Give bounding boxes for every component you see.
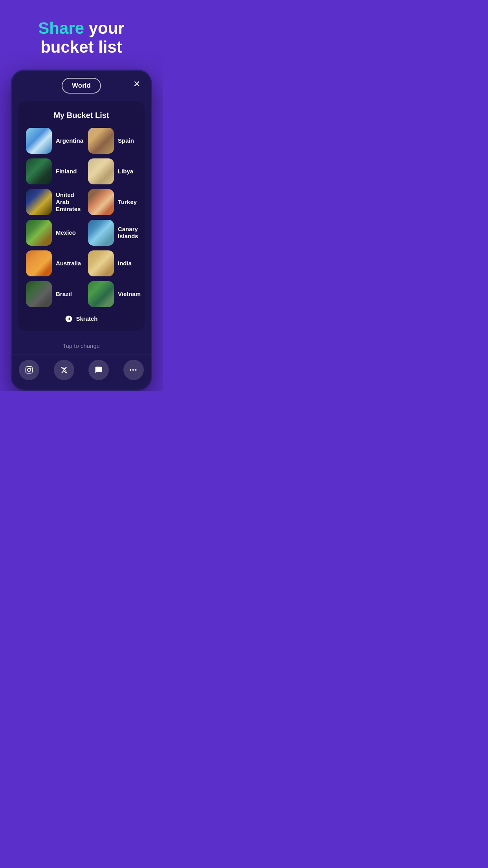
dest-name-canary: Canary Islands	[118, 226, 141, 240]
dest-image-argentina	[26, 128, 52, 154]
dest-name-mexico: Mexico	[56, 229, 76, 236]
share-word: Share	[38, 19, 84, 37]
dest-name-vietnam: Vietnam	[118, 291, 141, 298]
dest-item-australia[interactable]: Australia	[26, 250, 83, 276]
dest-item-uae[interactable]: United Arab Emirates	[26, 189, 83, 215]
destinations-grid: ArgentinaSpainFinlandLibyaUnited Arab Em…	[26, 128, 137, 307]
dest-image-finland	[26, 158, 52, 184]
dest-item-vietnam[interactable]: Vietnam	[88, 281, 141, 307]
dest-item-libya[interactable]: Libya	[88, 158, 141, 184]
svg-rect-0	[26, 366, 33, 373]
skratch-logo: Skratch	[26, 315, 137, 323]
nav-more-button[interactable]: •••	[123, 360, 144, 380]
dest-image-brazil	[26, 281, 52, 307]
dest-name-brazil: Brazil	[56, 291, 72, 298]
header: Share yourbucket list	[30, 0, 132, 70]
dest-item-finland[interactable]: Finland	[26, 158, 83, 184]
dest-image-uae	[26, 189, 52, 215]
skratch-label: Skratch	[76, 315, 97, 322]
world-pill[interactable]: World	[62, 78, 101, 94]
dest-name-uae: United Arab Emirates	[56, 191, 83, 213]
dest-image-australia	[26, 250, 52, 276]
svg-point-2	[31, 368, 31, 368]
nav-message-button[interactable]	[88, 360, 109, 380]
bottom-nav: •••	[12, 355, 151, 390]
svg-point-1	[28, 368, 31, 371]
dest-item-turkey[interactable]: Turkey	[88, 189, 141, 215]
dest-image-vietnam	[88, 281, 114, 307]
dest-name-finland: Finland	[56, 168, 77, 175]
dest-item-mexico[interactable]: Mexico	[26, 220, 83, 246]
dest-name-argentina: Argentina	[56, 137, 83, 144]
nav-instagram-button[interactable]	[19, 360, 39, 380]
dest-name-australia: Australia	[56, 260, 81, 267]
dest-item-brazil[interactable]: Brazil	[26, 281, 83, 307]
dest-image-turkey	[88, 189, 114, 215]
dest-image-libya	[88, 158, 114, 184]
dest-image-spain	[88, 128, 114, 154]
dest-name-turkey: Turkey	[118, 199, 137, 206]
dest-item-india[interactable]: India	[88, 250, 141, 276]
dest-name-india: India	[118, 260, 132, 267]
close-button[interactable]: ✕	[130, 78, 143, 90]
tap-to-change[interactable]: Tap to change	[12, 337, 151, 355]
dest-item-spain[interactable]: Spain	[88, 128, 141, 154]
dest-item-argentina[interactable]: Argentina	[26, 128, 83, 154]
dest-name-spain: Spain	[118, 137, 134, 144]
bucket-card: My Bucket List ArgentinaSpainFinlandLiby…	[18, 101, 145, 331]
skratch-icon	[65, 315, 73, 323]
phone-frame: World ✕ My Bucket List ArgentinaSpainFin…	[11, 70, 152, 391]
dest-image-mexico	[26, 220, 52, 246]
bucket-title: My Bucket List	[26, 111, 137, 120]
dest-item-canary[interactable]: Canary Islands	[88, 220, 141, 246]
dest-image-india	[88, 250, 114, 276]
dest-image-canary	[88, 220, 114, 246]
dest-name-libya: Libya	[118, 168, 133, 175]
phone-top-bar: World ✕	[12, 71, 151, 97]
nav-twitter-button[interactable]	[54, 360, 74, 380]
